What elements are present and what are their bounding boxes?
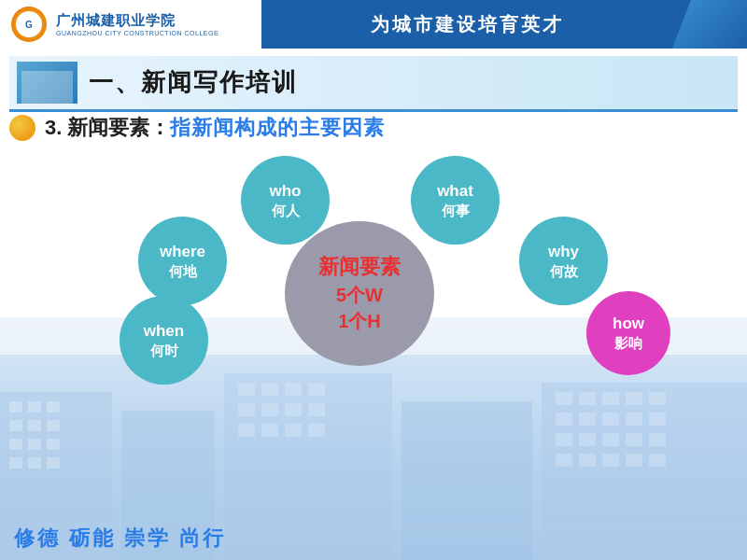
thumb-building <box>21 71 73 104</box>
bubbles-container: who 何人 what 何事 where 何地 why 何故 when 何时 h… <box>0 156 747 492</box>
header-left: G 广州城建职业学院 GUANGZHOU CITY CONSTRUCTION C… <box>0 0 261 49</box>
school-name-en: GUANGZHOU CITY CONSTRUCTION COLLEGE <box>56 30 218 36</box>
bubble-why: why 何故 <box>519 217 608 305</box>
bubble-how: how 影响 <box>586 291 670 375</box>
logo-inner: G <box>16 11 42 37</box>
bubble-when-en: when <box>144 321 184 342</box>
bullet-icon <box>9 115 35 141</box>
bubble-when-cn: 何时 <box>150 342 178 360</box>
school-name: 广州城建职业学院 GUANGZHOU CITY CONSTRUCTION COL… <box>56 12 218 36</box>
center-bubble-line2: 1个H <box>338 308 381 334</box>
school-logo: G <box>11 7 47 42</box>
bottom-motto: 修德 砺能 崇学 尚行 <box>14 525 226 553</box>
bubble-when: when 何时 <box>120 296 208 385</box>
news-elements-section: 3. 新闻要素： 指新闻构成的主要因素 <box>9 114 738 149</box>
bubble-what: what 何事 <box>411 156 500 245</box>
center-bubble-title: 新闻要素 <box>318 253 401 282</box>
header-deco <box>672 0 747 49</box>
bubble-who-cn: 何人 <box>272 202 300 220</box>
bubble-why-cn: 何故 <box>550 262 578 281</box>
news-label-text: 3. 新闻要素： <box>45 114 170 142</box>
section-title-bar: 一、新闻写作培训 <box>9 56 738 112</box>
bubble-what-cn: 何事 <box>442 202 470 220</box>
bubble-where: where 何地 <box>138 217 227 305</box>
bubble-what-en: what <box>437 181 473 202</box>
news-label-row: 3. 新闻要素： 指新闻构成的主要因素 <box>9 114 738 142</box>
header-center: 为城市建设培育英才 <box>261 12 672 37</box>
center-bubble: 新闻要素 5个W 1个H <box>285 221 434 366</box>
news-label-desc: 指新闻构成的主要因素 <box>170 114 385 142</box>
center-bubble-line1: 5个W <box>336 282 383 308</box>
header-slogan: 为城市建设培育英才 <box>371 12 564 37</box>
bubble-why-en: why <box>548 242 579 262</box>
bubble-how-en: how <box>613 314 644 334</box>
bubble-who-en: who <box>270 181 302 202</box>
bubble-how-cn: 影响 <box>614 334 642 353</box>
school-name-cn: 广州城建职业学院 <box>56 12 218 30</box>
bubble-who: who 何人 <box>241 156 330 245</box>
bubble-where-en: where <box>160 242 205 262</box>
header: G 广州城建职业学院 GUANGZHOU CITY CONSTRUCTION C… <box>0 0 747 49</box>
main-content: 一、新闻写作培训 3. 新闻要素： 指新闻构成的主要因素 who 何人 what… <box>0 49 747 560</box>
section-title: 一、新闻写作培训 <box>89 66 298 99</box>
bubble-where-cn: 何地 <box>169 262 197 281</box>
section-thumb <box>17 62 78 104</box>
